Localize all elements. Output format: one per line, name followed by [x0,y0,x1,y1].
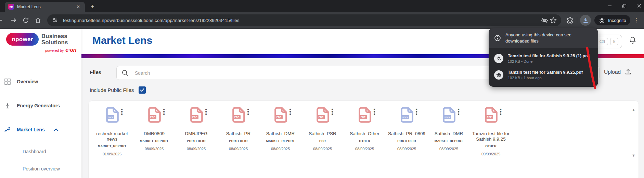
tab-title: Market Lens [17,4,75,9]
browser-tab-bar: np Market Lens ✕ + [0,0,644,12]
scroll-down-arrow[interactable]: ▼ [632,153,635,157]
scroll-up-arrow[interactable]: ▲ [632,108,635,112]
file-date: 08/09/2025 [187,147,206,151]
download-item[interactable]: Tamzin test file for Sathish 9.9.25 (1).… [494,50,593,67]
include-public-checkbox[interactable] [139,86,146,94]
file-type-label: PSR [319,139,326,143]
file-card[interactable]: PDF ••• DMR0809 MARKET_REPORT 08/09/2025 [133,104,175,156]
url-bar[interactable]: testing.marketlens.npowerbusinesssolutio… [47,14,561,26]
sidebar-item-market-lens[interactable]: Market Lens [0,124,81,135]
toolbar-divider [577,17,577,23]
file-name: DMRJPEG [185,131,207,137]
key-ctrl: ctrl [596,38,608,45]
file-type-label: MARKET_REPORT [98,144,127,148]
tab-close-icon[interactable]: ✕ [75,3,81,10]
file-card[interactable]: PDF ••• DMRJPEG PORTFOLIO 08/09/2025 [175,104,217,156]
file-type-label: OTHER [485,144,497,148]
file-type-label: MARKET_REPORT [140,139,169,143]
file-type-label: PORTFOLIO [187,139,205,143]
downloads-popup: Anyone using this device can see downloa… [489,28,598,87]
sidebar-item-label: Dashboard [23,149,46,154]
restore-button[interactable] [622,4,627,8]
forward-icon[interactable] [9,16,18,25]
file-name: Sathish_PR [226,131,250,137]
browser-menu-icon[interactable]: ⋮ [633,17,640,23]
page-title: Market Lens [92,35,152,46]
file-menu-icon[interactable]: ••• [247,108,249,115]
file-date: 08/09/2025 [439,147,458,151]
back-icon[interactable] [0,16,4,25]
file-date: 01/09/2025 [103,152,121,156]
sidebar-item-energy-generators[interactable]: Energy Generators [0,100,81,111]
powered-by-eon: powered by e·on [6,47,76,53]
minimize-button[interactable] [607,4,612,8]
file-menu-icon[interactable]: ••• [416,108,417,115]
file-date: 09/09/2025 [481,152,500,156]
site-favicon: np [8,4,14,10]
svg-text:PDF: PDF [276,116,282,118]
file-card[interactable]: PDF ••• Sathish_Other OTHER 08/09/2025 [344,104,386,156]
brand-logo: npower Business Solutions powered by e·o… [6,33,76,53]
svg-text:DOCX: DOCX [402,116,408,118]
reload-icon[interactable] [21,16,30,25]
file-menu-icon[interactable]: ••• [121,108,123,115]
file-menu-icon[interactable]: ••• [163,108,165,115]
extensions-icon[interactable] [565,16,574,25]
file-menu-icon[interactable]: ••• [332,108,333,115]
incognito-indicator: Incognito [594,15,630,25]
sidebar-item-dashboard[interactable]: Dashboard [0,146,81,157]
eon-logo: e·on [65,47,76,53]
downloads-notice: Anyone using this device can see downloa… [505,32,586,44]
browser-toolbar: testing.marketlens.npowerbusinesssolutio… [0,12,644,29]
chevron-up-icon[interactable] [54,128,59,131]
files-panel: DOCX ••• recheck market news MARKET_REPO… [88,100,639,178]
file-type-icon: PDF [190,107,203,123]
download-item[interactable]: Tamzin test file for Sathish 9.9.25.pdf … [494,67,593,83]
file-date: 08/09/2025 [145,147,164,151]
downloads-button[interactable] [580,15,591,26]
file-type-label: PORTFOLIO [397,139,416,143]
grid-icon [4,79,11,85]
file-card[interactable]: PDF ••• Sathish_PR PORTFOLIO 08/09/2025 [217,104,259,156]
upload-button[interactable]: Upload [604,69,631,75]
incognito-label: Incognito [608,18,626,23]
file-type-label: MARKET_REPORT [266,139,295,143]
sidebar-item-label: Overview [17,79,38,84]
turbine-icon [4,103,11,109]
sidebar-item-overview[interactable]: Overview [0,76,81,87]
file-name: Sathish_DMR [266,131,295,137]
file-card[interactable]: DOCX ••• Sathish_DMR MARKET_REPORT 08/09… [428,104,470,156]
file-card[interactable]: PDF ••• Sathish_PSR PSR 08/09/2025 [301,104,344,156]
site-settings-icon[interactable] [51,16,60,25]
file-menu-icon[interactable]: ••• [458,108,460,115]
file-name: Sathish_PSR [309,131,336,137]
file-type-label: PORTFOLIO [229,139,247,143]
file-type-icon: PDF [358,107,371,123]
window-controls [607,0,641,12]
svg-text:PDF: PDF [234,116,240,118]
svg-text:PDF: PDF [319,116,324,118]
file-card[interactable]: DOCX ••• recheck market news MARKET_REPO… [91,104,133,156]
browser-tab[interactable]: np Market Lens ✕ [5,2,85,12]
close-window-button[interactable] [637,4,641,8]
downloads-popup-header: Anyone using this device can see downloa… [489,28,598,48]
file-card[interactable]: PDF ••• Tamzin test file for Sathish 9.9… [470,104,512,156]
search-icon [121,69,129,76]
sidebar-item-position-overview[interactable]: Position overview [0,163,81,175]
file-menu-icon[interactable]: ••• [289,108,291,115]
file-card[interactable]: PDF ••• Sathish_DMR MARKET_REPORT 08/09/… [259,104,301,156]
home-icon[interactable] [34,16,42,25]
bookmark-star-icon[interactable] [549,16,558,25]
file-menu-icon[interactable]: ••• [205,108,207,115]
new-tab-button[interactable]: + [88,2,96,11]
file-menu-icon[interactable]: ••• [374,108,375,115]
svg-text:DOCX: DOCX [108,116,113,118]
sidebar-item-label: Energy Generators [17,103,60,108]
notifications-bell-icon[interactable] [629,36,636,45]
svg-text:PDF: PDF [487,116,492,118]
eye-off-icon[interactable] [540,16,549,25]
file-menu-icon[interactable]: ••• [500,108,502,115]
file-card[interactable]: DOCX ••• Sathish_PR_0809 PORTFOLIO 08/09… [386,104,428,156]
file-name: Sathish_Other [350,131,379,137]
file-name: Tamzin test file for Sathish 9.9.25 [472,131,510,142]
